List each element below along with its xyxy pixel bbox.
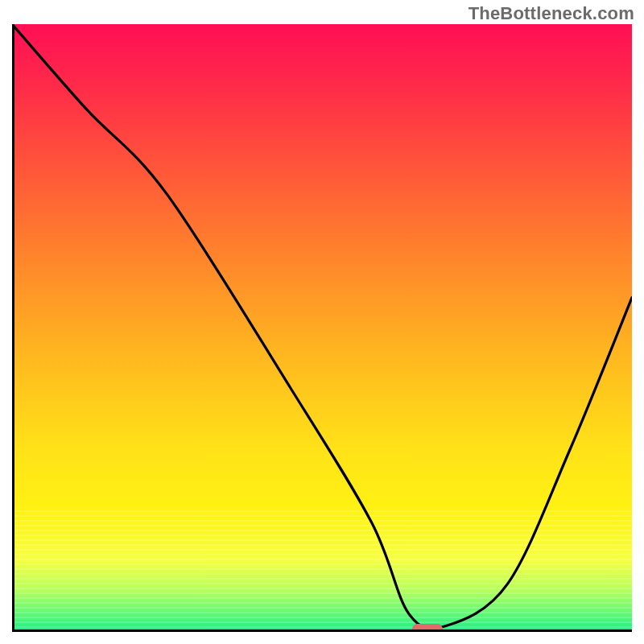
bottleneck-curve [12,24,632,629]
plot-area [12,24,632,632]
watermark-text: TheBottleneck.com [469,3,634,24]
optimum-marker [412,624,444,632]
chart-stage: TheBottleneck.com [0,0,644,644]
curve-layer [12,24,632,632]
